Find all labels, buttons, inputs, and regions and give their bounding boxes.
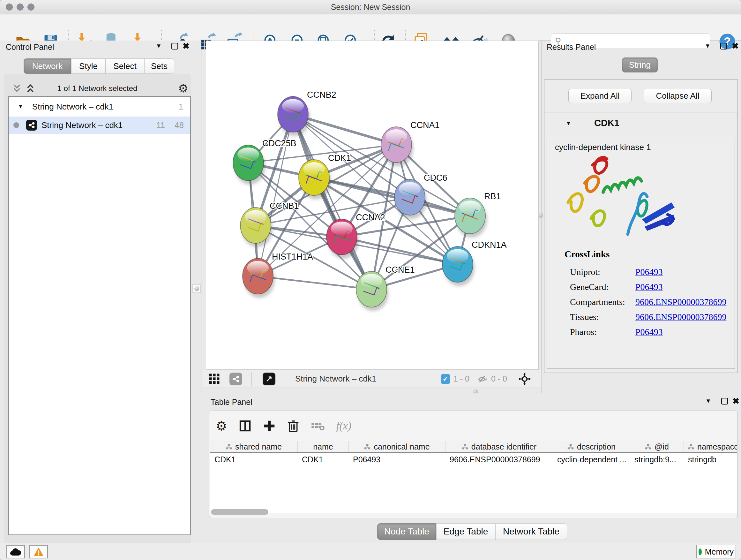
toolbar-separator (471, 372, 471, 386)
network-node-count: 11 (156, 120, 165, 130)
network-edge-count: 48 (175, 120, 184, 130)
left-splitter[interactable] (201, 41, 201, 393)
hierarchy-icon (364, 443, 370, 450)
cloud-status-button[interactable] (6, 545, 25, 558)
tab-edge-table[interactable]: Edge Table (436, 523, 495, 540)
column-header[interactable]: canonical name (348, 441, 445, 452)
control-panel-close-button[interactable]: ✖ (183, 42, 190, 50)
plus-icon (263, 420, 276, 432)
network-label: String Network – cdk1 (42, 120, 123, 130)
delete-column-button[interactable] (287, 419, 299, 433)
network-edge[interactable] (258, 276, 372, 289)
birds-eye-view-button[interactable]: ↗ (263, 370, 275, 388)
gene-section-expander[interactable]: ▼ (565, 120, 571, 127)
network-row-selected[interactable]: String Network – cdk1 11 48 (9, 117, 190, 134)
tab-sets[interactable]: Sets (144, 58, 174, 74)
hidden-counts: 0 - 0 (491, 374, 507, 383)
control-panel-title: Control Panel (6, 43, 54, 52)
control-panel-float-button[interactable] (172, 43, 178, 50)
control-panel: Control Panel ▼ ✖ Network Style Select S… (0, 41, 201, 543)
main-toolbar: ⚲ ? (0, 14, 741, 41)
network-node-label: CDKN1A (472, 240, 507, 250)
horizontal-scrollbar-thumb[interactable] (211, 509, 268, 515)
string-style-button[interactable] (229, 370, 242, 388)
network-list: ▼ String Network – cdk1 1 String Network (8, 96, 191, 535)
network-selection-summary: 1 of 1 Network selected (4, 84, 191, 93)
table-header-row: shared name name canonical name database… (210, 441, 737, 453)
tab-style[interactable]: Style (71, 58, 106, 74)
table-panel-close-button[interactable]: ✖ (732, 397, 739, 405)
cell-database-identifier[interactable]: 9606.ENSP00000378699 (445, 455, 553, 464)
close-icon: ✖ (732, 42, 739, 50)
trash-icon (287, 419, 299, 433)
table-row[interactable]: CDK1 CDK1 P06493 9606.ENSP00000378699 cy… (210, 453, 737, 466)
columns-icon (239, 420, 252, 432)
tab-select[interactable]: Select (106, 58, 144, 74)
results-panel-menu-button[interactable]: ▼ (704, 43, 711, 50)
collection-network-count: 1 (179, 102, 183, 112)
column-header[interactable]: name (297, 441, 348, 452)
collapse-all-button[interactable]: Collapse All (644, 89, 712, 103)
left-splitter-handle[interactable] (192, 285, 201, 293)
create-column-button[interactable] (263, 420, 276, 432)
table-panel: Table Panel ▼ ✖ ⚙ (201, 393, 741, 543)
column-header[interactable]: shared name (210, 441, 297, 452)
column-header[interactable]: description (553, 441, 630, 452)
gear-icon: ⚙ (178, 82, 188, 95)
crosslink-genecard[interactable]: P06493 (635, 282, 663, 292)
table-panel-menu-button[interactable]: ▼ (705, 397, 711, 405)
cell-namespace[interactable]: stringdb (684, 455, 737, 464)
table-options-button[interactable]: ⚙ (216, 419, 227, 433)
tab-network[interactable]: Network (23, 58, 71, 74)
network-collection-row[interactable]: ▼ String Network – cdk1 1 (9, 97, 190, 117)
column-header[interactable]: namespace (684, 441, 737, 452)
delete-table-button[interactable] (311, 420, 325, 432)
expand-all-button[interactable]: Expand All (568, 89, 631, 103)
crosslink-tissues[interactable]: 9606.ENSP00000378699 (635, 312, 726, 322)
show-columns-button[interactable] (239, 420, 252, 432)
tree-expander-icon[interactable]: ▼ (18, 104, 23, 110)
crosslinks-title: CrossLinks (564, 249, 610, 260)
cloud-icon (10, 547, 22, 556)
network-options-button[interactable]: ⚙ (178, 82, 188, 95)
hierarchy-icon (226, 443, 232, 450)
network-node-label: CDC6 (424, 173, 448, 183)
cell-description[interactable]: cyclin-dependent ... (553, 455, 630, 464)
cell-name[interactable]: CDK1 (297, 455, 348, 464)
crosslink-uniprot[interactable]: P06493 (635, 267, 663, 277)
tab-node-table[interactable]: Node Table (377, 523, 436, 540)
cell-canonical-name[interactable]: P06493 (348, 455, 445, 464)
crosslink-label: Uniprot: (570, 267, 635, 277)
results-panel-float-button[interactable] (720, 43, 727, 50)
cell-id[interactable]: stringdb:9... (630, 455, 684, 464)
crosslink-compartments[interactable]: 9606.ENSP00000378699 (635, 297, 726, 307)
crosslink-pharos[interactable]: P06493 (635, 327, 663, 337)
memory-button[interactable]: Memory (696, 545, 736, 558)
tab-string[interactable]: String (622, 57, 658, 72)
column-header[interactable]: database identifier (445, 441, 553, 452)
crosslink-label: GeneCard: (570, 282, 635, 292)
close-icon: ✖ (732, 397, 739, 405)
network-node-label: CDK1 (328, 153, 351, 163)
right-splitter-handle[interactable] (538, 212, 543, 218)
tab-network-table[interactable]: Network Table (495, 523, 567, 540)
function-builder-button[interactable]: f(x) (336, 420, 351, 432)
titlebar: Session: New Session (0, 0, 741, 14)
network-node-label: CCNA1 (410, 120, 440, 130)
show-grid-button[interactable] (208, 370, 220, 388)
warnings-button[interactable] (29, 545, 48, 558)
cell-shared-name[interactable]: CDK1 (210, 455, 297, 464)
network-view-title: String Network – cdk1 (295, 370, 376, 388)
results-panel-close-button[interactable]: ✖ (732, 42, 739, 50)
network-edge[interactable] (293, 114, 372, 289)
table-panel-float-button[interactable] (721, 398, 728, 405)
table-panel-title: Table Panel (211, 397, 253, 407)
network-view: CCNB2CCNA1CDC25BCDK1CDC6RB1CCNB1CCNA2CDK… (206, 41, 539, 370)
crosslink-row: Pharos: P06493 (570, 324, 730, 339)
pan-mode-button[interactable] (518, 370, 531, 388)
column-header[interactable]: @id (630, 441, 684, 452)
share-icon (229, 373, 242, 385)
control-panel-menu-button[interactable]: ▼ (156, 43, 162, 50)
network-canvas[interactable]: CCNB2CCNA1CDC25BCDK1CDC6RB1CCNB1CCNA2CDK… (206, 41, 538, 369)
gene-description: cyclin-dependent kinase 1 (555, 142, 651, 152)
